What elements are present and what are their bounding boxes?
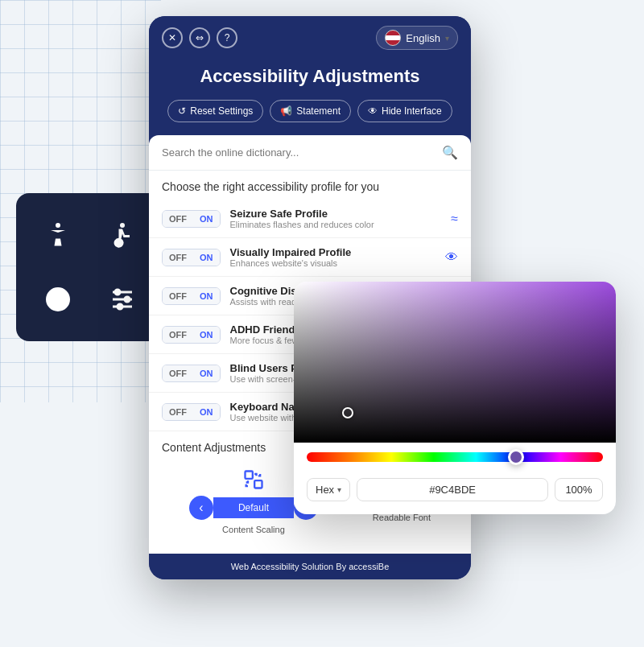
toggle-on-label[interactable]: ON [193,327,220,343]
toggle-on-label[interactable]: ON [193,288,220,304]
color-gradient[interactable] [294,282,616,443]
rainbow-slider[interactable] [307,452,603,462]
sliders-icon [108,285,137,314]
search-icon: 🔍 [442,145,458,160]
top-bar-icons: ✕ ⇔ ? [162,27,237,48]
color-picker: Hex ▾ 100% [294,282,616,514]
toggle-off-label[interactable]: OFF [163,327,193,343]
color-inputs: Hex ▾ 100% [294,472,616,514]
resize-button[interactable]: ⇔ [189,27,210,48]
chevron-down-icon: ▾ [445,34,449,43]
statement-icon: 📢 [280,105,292,117]
toggle-off-label[interactable]: OFF [163,249,193,266]
scaling-icon [242,468,265,491]
toggle-on-label[interactable]: ON [193,404,220,420]
language-button[interactable]: English ▾ [376,26,458,50]
svg-point-1 [120,223,125,228]
profiles-section-title: Choose the right accessibility profile f… [149,171,471,200]
profile-name: Visually Impaired Profile [230,246,436,258]
target-icon [43,285,72,314]
table-row: OFF ON Visually Impaired Profile Enhance… [149,238,471,277]
scale-label: Default [213,497,294,518]
rainbow-slider-container [294,443,616,472]
hide-interface-button[interactable]: 👁 Hide Interface [357,100,452,122]
hide-icon: 👁 [368,105,378,117]
reset-settings-label: Reset Settings [190,105,253,117]
format-chevron-icon: ▾ [337,485,341,494]
target-icon-cell [32,274,84,325]
hide-label: Hide Interface [382,105,442,117]
seizure-profile-icon: ≈ [451,212,458,226]
footer-text: Web Accessibility Solution By accessiBe [231,562,390,571]
profile-desc: Eliminates flashes and reduces color [230,220,442,229]
profile-desc: Enhances website's visuals [230,258,436,268]
sliders-icon-cell [97,274,148,325]
profile-toggle-seizure[interactable]: OFF ON [162,210,221,228]
language-label: English [406,32,440,44]
wheelchair-icon-cell [97,209,148,261]
panel-actions: ↺ Reset Settings 📢 Statement 👁 Hide Inte… [149,100,471,135]
svg-point-9 [125,297,130,302]
profile-info-seizure: Seizure Safe Profile Eliminates flashes … [230,208,442,229]
scale-decrease-button[interactable]: ‹ [189,496,213,520]
reset-icon: ↺ [178,105,186,117]
profile-toggle-keyboard[interactable]: OFF ON [162,403,221,421]
svg-point-10 [118,304,122,309]
wheelchair-icon [108,220,137,249]
toggle-on-label[interactable]: ON [193,249,220,266]
panel-top-bar: ✕ ⇔ ? English ▾ [149,16,471,60]
profile-toggle-adhd[interactable]: OFF ON [162,326,221,344]
icon-panel [16,193,161,341]
profile-toggle-visual[interactable]: OFF ON [162,249,221,266]
profile-toggle-cognitive[interactable]: OFF ON [162,287,221,305]
panel-title: Accessibility Adjustments [149,60,471,100]
flag-icon [385,30,401,46]
panel-footer: Web Accessibility Solution By accessiBe [149,554,471,579]
search-bar: 🔍 [149,135,471,171]
color-hex-input[interactable] [357,478,548,501]
help-button[interactable]: ? [217,27,237,48]
profile-info-visual: Visually Impaired Profile Enhances websi… [230,246,436,268]
toggle-off-label[interactable]: OFF [163,365,193,381]
statement-label: Statement [296,105,341,117]
toggle-on-label[interactable]: ON [193,365,220,381]
svg-rect-11 [245,472,252,479]
profile-toggle-blind[interactable]: OFF ON [162,365,221,382]
person-accessibility-icon [43,220,72,249]
toggle-off-label[interactable]: OFF [163,288,193,304]
slider-thumb [508,449,524,465]
svg-rect-12 [254,480,262,488]
profile-name: Seizure Safe Profile [230,208,442,220]
svg-point-8 [115,290,120,295]
svg-point-4 [57,299,60,301]
toggle-off-label[interactable]: OFF [163,404,193,420]
toggle-on-label[interactable]: ON [193,211,220,227]
color-cursor [342,407,353,418]
scaling-label: Content Scaling [222,525,285,534]
color-opacity-display: 100% [555,478,603,501]
search-input[interactable] [162,146,436,159]
statement-button[interactable]: 📢 Statement [270,100,351,122]
toggle-off-label[interactable]: OFF [163,211,193,227]
reset-settings-button[interactable]: ↺ Reset Settings [167,100,263,122]
svg-point-0 [56,223,60,228]
color-format-select[interactable]: Hex ▾ [307,478,350,501]
close-button[interactable]: ✕ [162,27,183,48]
accessibility-icon-cell [32,209,84,261]
visual-profile-icon: 👁 [445,250,458,265]
table-row: OFF ON Seizure Safe Profile Eliminates f… [149,200,471,238]
color-format-label: Hex [316,484,334,496]
